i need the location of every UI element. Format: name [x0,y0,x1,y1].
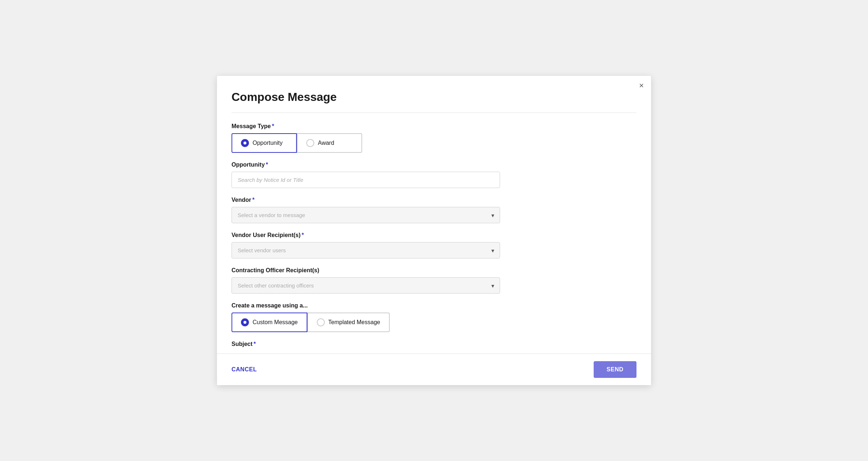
required-star-subj: * [254,341,256,347]
opportunity-field: Opportunity* [232,162,636,188]
message-type-radio-group: Opportunity Award [232,133,636,153]
contracting-officer-select[interactable]: Select other contracting officers [232,277,500,294]
required-star-vur: * [302,232,304,238]
radio-circle-custom [241,318,249,326]
message-type-field: Message Type* Opportunity Award [232,123,636,153]
radio-circle-opportunity [241,139,249,147]
message-style-radio-group: Custom Message Templated Message [232,313,636,332]
message-type-label: Message Type* [232,123,636,130]
radio-label-award: Award [318,140,334,146]
radio-label-templated: Templated Message [328,319,380,326]
radio-circle-award [306,139,314,147]
radio-option-opportunity[interactable]: Opportunity [232,133,297,153]
vendor-users-select-wrapper: Select vendor users [232,242,500,258]
create-message-field: Create a message using a... Custom Messa… [232,302,636,332]
vendor-select[interactable]: Select a vendor to message [232,207,500,223]
vendor-users-field: Vendor User Recipient(s)* Select vendor … [232,232,636,258]
required-star-vendor: * [252,197,254,203]
opportunity-label: Opportunity* [232,162,636,168]
vendor-field: Vendor* Select a vendor to message [232,197,636,223]
radio-label-opportunity: Opportunity [253,140,283,146]
modal-footer: CANCEL SEND [217,354,651,385]
cancel-button[interactable]: CANCEL [232,366,257,373]
contracting-officer-label: Contracting Officer Recipient(s) [232,267,636,274]
radio-option-award[interactable]: Award [297,133,362,153]
required-star: * [272,123,274,129]
radio-option-custom[interactable]: Custom Message [232,313,307,332]
contracting-officer-select-wrapper: Select other contracting officers [232,277,500,294]
compose-message-modal: × Compose Message Message Type* Opportun… [217,76,651,385]
close-button[interactable]: × [639,82,644,90]
vendor-select-wrapper: Select a vendor to message [232,207,500,223]
title-divider [232,113,636,113]
modal-title: Compose Message [232,90,636,104]
radio-circle-templated [317,318,325,326]
subject-label: Subject* [232,341,636,347]
contracting-officer-field: Contracting Officer Recipient(s) Select … [232,267,636,294]
vendor-users-label: Vendor User Recipient(s)* [232,232,636,238]
vendor-label: Vendor* [232,197,636,203]
radio-option-templated[interactable]: Templated Message [307,313,390,332]
vendor-users-select[interactable]: Select vendor users [232,242,500,258]
subject-field: Subject* [232,341,636,347]
radio-label-custom: Custom Message [253,319,298,326]
opportunity-search-input[interactable] [232,172,500,188]
send-button[interactable]: SEND [594,361,636,378]
create-message-label: Create a message using a... [232,302,636,309]
required-star-opp: * [266,162,268,168]
